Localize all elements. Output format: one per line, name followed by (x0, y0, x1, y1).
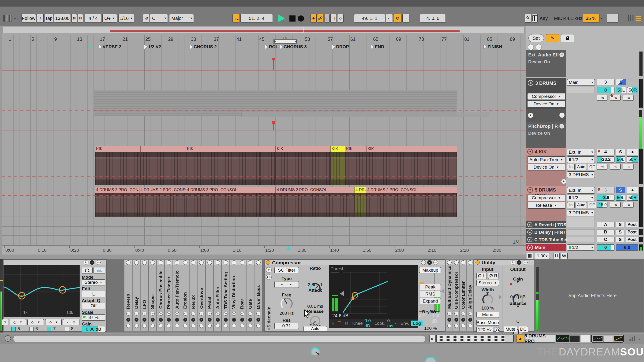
clip-header[interactable] (140, 146, 186, 152)
clip-header[interactable]: 4 DRUMS 2 PRO -CONS (95, 187, 139, 193)
playhead[interactable] (289, 35, 289, 245)
clip-waveform[interactable] (276, 193, 354, 217)
bass-mono-listen-icon[interactable] (495, 327, 500, 332)
overview-view-box[interactable] (270, 27, 304, 33)
collapsed-device-name[interactable]: Shaper (150, 294, 155, 309)
save-preset-icon[interactable]: ▪ (461, 318, 465, 322)
pan-right-3drums[interactable]: 50R (627, 87, 638, 93)
selected-device-outline[interactable] (591, 335, 624, 343)
collapsed-device[interactable]: TDS Tube Setting↻▪⋯ (222, 259, 230, 332)
clip-waveform[interactable] (366, 152, 457, 185)
release-knob[interactable] (310, 347, 320, 357)
hotswap-icon[interactable]: ↻ (454, 312, 458, 316)
locator-next-button[interactable]: → (536, 44, 542, 50)
dots-menu-icon[interactable]: ⋯ (175, 324, 179, 328)
bar-number[interactable]: 45 (259, 36, 264, 42)
width-knob[interactable] (482, 294, 493, 305)
device-activator[interactable] (216, 260, 220, 265)
collapsed-device[interactable]: Vinyl Distortion↻▪⋯ (230, 259, 238, 332)
hotswap-icon[interactable]: ↻ (421, 260, 426, 265)
sidechain-listen-icon[interactable] (266, 274, 272, 280)
bar-number[interactable]: 57 (328, 36, 333, 42)
device-activator[interactable] (150, 260, 155, 265)
collapsed-device[interactable]: Roar↻▪⋯ (238, 259, 246, 332)
collapsed-device[interactable]: Glue Compressor↻▪⋯ (453, 259, 460, 332)
save-preset-icon[interactable]: ▪ (175, 318, 179, 322)
play-circle-icon[interactable]: ▶ (527, 222, 532, 227)
device-activator[interactable] (183, 260, 188, 265)
track-activator-4[interactable]: 4 (597, 149, 614, 155)
send-field[interactable]: -∞ (597, 95, 608, 101)
collapsed-device-name[interactable]: Auto Pan-Tremolo (174, 271, 180, 309)
save-preset-icon[interactable]: ▪ (454, 318, 458, 322)
expand-mode-button[interactable]: Expand (420, 298, 441, 304)
overview-toggle-icon[interactable] (627, 15, 635, 21)
midi-map-toggle[interactable]: MIDI (554, 14, 564, 22)
ratio-value[interactable]: 2.80 : 1 (302, 282, 328, 287)
kik-output-chooser[interactable]: 3 DRUMS▼ (567, 171, 595, 178)
hotswap-icon[interactable]: ↻ (183, 312, 187, 316)
sc-type-chooser[interactable]: ⌐▼ (274, 281, 299, 288)
save-preset-icon[interactable]: ▪ (142, 318, 146, 322)
track-device-chooser-2[interactable]: Device On▼ (527, 101, 565, 107)
dots-menu-icon[interactable]: ⋯ (461, 324, 465, 328)
collapsed-device-name[interactable]: Align Delay (468, 285, 473, 309)
save-preset-icon[interactable]: ▪ (208, 318, 212, 322)
eq-spectrum-button[interactable]: ılıl. (94, 267, 105, 274)
phase-right-button[interactable]: Ø R (488, 273, 498, 279)
hotswap-icon[interactable]: ↻ (84, 260, 88, 265)
hotswap-icon[interactable]: ↻ (191, 312, 195, 316)
comb-view-icon[interactable]: ⦀⦀ (345, 322, 348, 326)
clip-waveform[interactable] (276, 152, 330, 185)
look-dropdown-arrow[interactable]: ▼ (395, 322, 397, 325)
locator[interactable]: 1/2 V2 (144, 44, 161, 50)
volume-field-drumspro[interactable]: -3.9 (597, 195, 614, 201)
bar-number[interactable]: 25 (145, 36, 150, 42)
hotswap-icon[interactable]: ↻ (248, 312, 252, 316)
sc-freq-knob[interactable] (280, 298, 293, 310)
monitor-in-button[interactable]: In (567, 164, 575, 170)
bar-number[interactable]: 37 (214, 36, 219, 42)
info-icon[interactable]: i (5, 335, 11, 342)
status-level-icon[interactable] (630, 336, 636, 342)
save-preset-icon[interactable]: ▪ (126, 318, 130, 322)
send-field[interactable]: -∞ (623, 95, 634, 101)
locator-arrow-icon[interactable] (265, 45, 268, 49)
pan-left-3drums[interactable]: 50L (616, 87, 626, 93)
eq-band-toggle[interactable] (29, 327, 34, 331)
follow-button[interactable]: Follow (21, 14, 36, 22)
automation-line[interactable] (2, 70, 526, 70)
bar-number[interactable]: 41 (236, 36, 242, 42)
hotswap-icon[interactable]: ↻ (461, 312, 465, 316)
sc-freq-value[interactable]: 200 Hz (274, 311, 299, 316)
pan-right-kik[interactable]: 50R (627, 156, 638, 162)
collapsed-device-name[interactable]: Redux (191, 295, 196, 309)
clip-header[interactable]: KIK (345, 146, 366, 152)
send-field[interactable]: -∞ (623, 164, 634, 170)
automation-line-kik-dashed[interactable] (2, 176, 526, 177)
automation-breakpoint-handle[interactable] (272, 58, 275, 60)
hotswap-icon[interactable]: ↻ (208, 312, 212, 316)
eq-audition-button[interactable] (82, 267, 92, 274)
save-preset-icon[interactable]: ▪ (256, 318, 260, 322)
main-volume-field[interactable]: 0 (597, 244, 614, 251)
device-activator[interactable] (468, 260, 472, 265)
collapsed-device-name[interactable]: Vinyl Distortion (231, 276, 236, 309)
out-value[interactable]: 0.00 dB (432, 313, 440, 324)
device-slot-name[interactable]: PitchDrop | P... (528, 124, 559, 129)
kik-input-chooser[interactable]: Ext. In▼ (567, 149, 595, 155)
loop-button[interactable]: ↻ (394, 14, 402, 22)
bar-number[interactable]: 5 (32, 36, 34, 42)
collapsed-device[interactable]: Shaper↻▪⋯ (148, 259, 156, 332)
eq-edit-button[interactable]: L (82, 291, 105, 297)
collapsed-device[interactable]: Auto Filter↻▪⋯ (214, 259, 222, 332)
bar-number[interactable]: 17 (100, 36, 105, 42)
track-device-chooser-1[interactable]: Compressor▼ (527, 195, 565, 201)
track-device-chooser-2[interactable]: Device On▼ (527, 164, 565, 170)
collapsed-device-name[interactable]: Drum Buss (256, 285, 261, 309)
locator[interactable]: FINISH (484, 44, 502, 50)
utility-mode-chooser[interactable]: Stereo▼ (476, 280, 499, 286)
device-activator[interactable] (454, 260, 459, 265)
dots-menu-icon[interactable]: ⋯ (191, 324, 195, 328)
dots-menu-icon[interactable]: ⋯ (448, 324, 451, 328)
